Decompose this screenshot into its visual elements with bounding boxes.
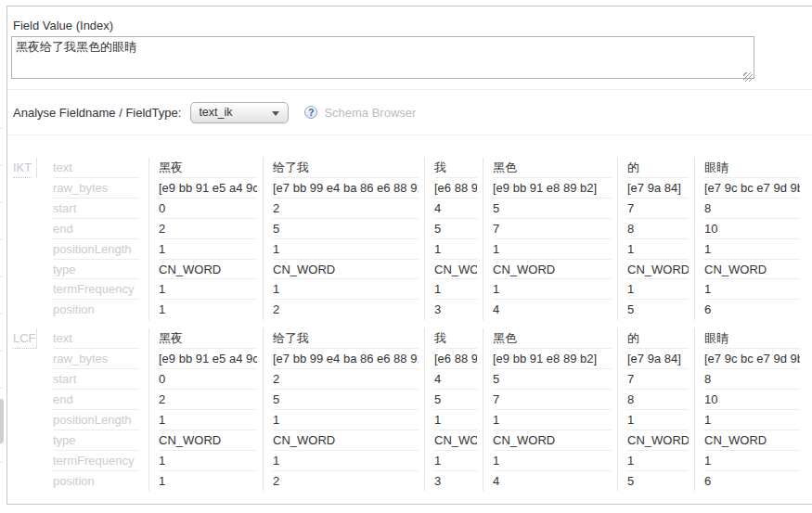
sidebar-remnant-tick	[0, 239, 3, 240]
row-label: termFrequency	[37, 279, 148, 300]
token-type-cell: CN_WORD	[424, 430, 483, 451]
sidebar-remnant-tick	[0, 462, 3, 463]
analyzer-table-ikt: IKTtext黑夜给了我我黑色的眼睛raw_bytes[e9 bb 91 e5 …	[13, 158, 806, 320]
token-type-cell: CN_WORD	[424, 260, 483, 280]
token-text-cell: 的	[617, 328, 694, 349]
token-type-cell: CN_WORD	[148, 430, 263, 451]
token-raw_bytes-cell: [e7 9a 84]	[617, 178, 694, 199]
row-label: type	[37, 430, 148, 451]
analyse-fieldname-label: Analyse Fieldname / FieldType:	[13, 106, 181, 120]
token-type-cell: CN_WORD	[483, 430, 617, 451]
token-termFrequency-cell: 1	[617, 451, 694, 471]
sidebar-remnant-tick	[0, 165, 3, 166]
token-position-cell: 4	[483, 471, 617, 492]
token-termFrequency-cell: 1	[263, 279, 424, 300]
token-positionLength-cell: 1	[263, 239, 424, 260]
token-position-cell: 1	[148, 300, 263, 320]
token-raw_bytes-cell: [e7 bb 99 e4 ba 86 e6 88 91]	[263, 349, 424, 369]
row-label: end	[37, 390, 148, 410]
token-text-cell: 我	[424, 328, 483, 349]
sidebar-remnant-tick	[0, 202, 3, 203]
analyzer-abbr-cell	[13, 279, 37, 300]
analyzer-abbr-cell: LCF	[13, 328, 37, 349]
row-label: positionLength	[37, 410, 148, 430]
token-raw_bytes-cell: [e9 bb 91 e8 89 b2]	[483, 178, 617, 199]
token-text-cell: 黑色	[483, 328, 617, 349]
fieldtype-selected-value: text_ik	[199, 106, 232, 119]
token-positionLength-cell: 1	[694, 239, 806, 260]
token-positionLength-cell: 1	[483, 410, 617, 430]
analyzer-abbr-cell	[13, 390, 37, 410]
chevron-down-icon	[272, 111, 279, 116]
analyzer-table-lcf: LCFtext黑夜给了我我黑色的眼睛raw_bytes[e9 bb 91 e5 …	[13, 328, 806, 491]
token-termFrequency-cell: 1	[617, 279, 694, 300]
token-start-cell: 5	[483, 199, 617, 219]
analyzer-abbr-cell	[13, 451, 37, 471]
token-termFrequency-cell: 1	[424, 279, 483, 300]
token-start-cell: 0	[148, 369, 263, 390]
token-position-cell: 5	[617, 300, 694, 320]
token-end-cell: 5	[424, 390, 483, 410]
token-positionLength-cell: 1	[694, 410, 806, 430]
analyzer-abbr-cell	[13, 300, 37, 320]
sidebar-remnant-tick	[0, 276, 3, 277]
token-text-cell: 我	[424, 158, 483, 178]
token-end-cell: 5	[263, 219, 424, 239]
analysis-results: IKTtext黑夜给了我我黑色的眼睛raw_bytes[e9 bb 91 e5 …	[7, 158, 812, 491]
token-start-cell: 2	[263, 199, 424, 219]
token-position-cell: 6	[694, 471, 806, 492]
token-raw_bytes-cell: [e6 88 91]	[424, 178, 483, 199]
analyzer-abbr-cell	[13, 178, 37, 199]
token-text-cell: 的	[617, 158, 694, 178]
sidebar-remnant-bar	[0, 399, 4, 443]
sidebar-remnant-tick	[0, 351, 3, 352]
token-position-cell: 3	[424, 471, 483, 492]
fieldtype-dropdown[interactable]: text_ik	[190, 102, 289, 123]
token-termFrequency-cell: 1	[694, 451, 806, 471]
token-positionLength-cell: 1	[483, 239, 617, 260]
analyzer-abbr-cell	[13, 260, 37, 280]
row-label: position	[37, 471, 148, 492]
analyzer-abbr-cell	[13, 349, 37, 369]
token-start-cell: 4	[424, 369, 483, 390]
question-icon[interactable]: ?	[304, 106, 317, 119]
token-termFrequency-cell: 1	[483, 451, 617, 471]
token-raw_bytes-cell: [e9 bb 91 e5 a4 9c]	[148, 349, 263, 369]
token-end-cell: 2	[148, 390, 263, 410]
token-end-cell: 8	[617, 390, 694, 410]
token-raw_bytes-cell: [e7 9a 84]	[617, 349, 694, 369]
row-label: text	[37, 328, 148, 349]
analyse-controls: Analyse Fieldname / FieldType: text_ik ?…	[13, 101, 812, 123]
field-value-label: Field Value (Index)	[13, 19, 812, 32]
row-label: raw_bytes	[37, 178, 148, 199]
token-start-cell: 4	[424, 199, 483, 219]
token-text-cell: 黑色	[483, 158, 617, 178]
token-termFrequency-cell: 1	[694, 279, 806, 300]
token-text-cell: 眼睛	[694, 158, 806, 178]
field-value-textarea[interactable]: 黑夜给了我黑色的眼睛	[11, 36, 754, 79]
row-label: positionLength	[37, 239, 148, 260]
token-type-cell: CN_WORD	[148, 260, 263, 280]
token-position-cell: 6	[694, 300, 806, 320]
token-type-cell: CN_WORD	[617, 260, 694, 280]
schema-browser-link[interactable]: Schema Browser	[324, 106, 416, 120]
token-text-cell: 黑夜	[148, 158, 263, 178]
row-label: position	[37, 300, 148, 320]
sidebar-remnant-tick	[0, 128, 3, 129]
analyzer-abbr: IKT	[13, 159, 32, 178]
token-positionLength-cell: 1	[263, 410, 424, 430]
token-text-cell: 黑夜	[148, 328, 263, 349]
token-position-cell: 3	[424, 300, 483, 320]
token-termFrequency-cell: 1	[148, 279, 263, 300]
token-raw_bytes-cell: [e7 9c bc e7 9d 9b]	[694, 178, 806, 199]
section-divider	[7, 135, 812, 135]
token-type-cell: CN_WORD	[694, 430, 806, 451]
row-label: end	[37, 219, 148, 239]
row-label: raw_bytes	[37, 349, 148, 369]
token-termFrequency-cell: 1	[483, 279, 617, 300]
token-position-cell: 4	[483, 300, 617, 320]
analyzer-abbr-cell: IKT	[13, 158, 37, 178]
token-position-cell: 2	[263, 300, 424, 320]
analyzer-abbr: LCF	[13, 329, 36, 349]
token-end-cell: 10	[694, 390, 806, 410]
